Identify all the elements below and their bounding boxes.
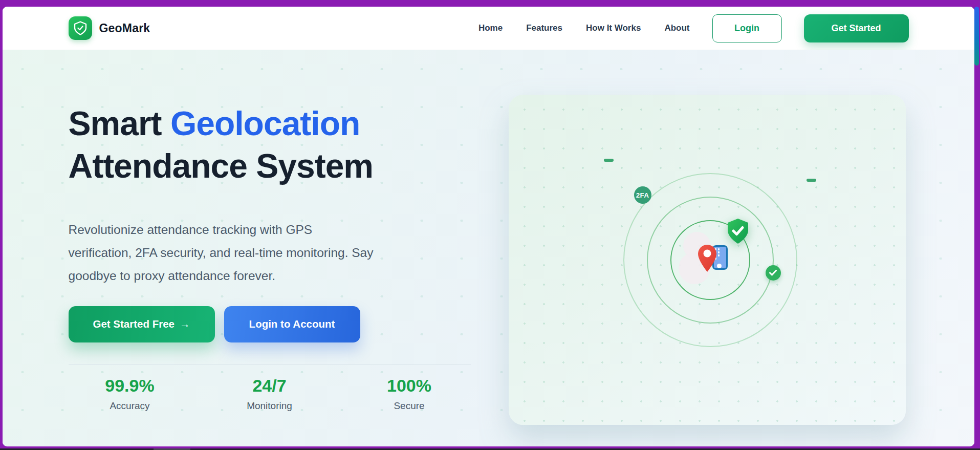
location-pin-icon [698,244,717,272]
hero-title: Smart Geolocation Attendance System [69,102,488,187]
stat-secure: 100% Secure [348,376,471,412]
2fa-badge: 2FA [634,186,651,204]
hero-title-line2: Attendance System [69,147,374,185]
hero-title-accent: Geolocation [170,104,360,142]
check-circle-icon [766,265,781,281]
hero-description: Revolutionize attendance tracking with G… [69,218,378,287]
cta-row: Get Started Free → Login to Account [69,306,488,342]
decor-pill [604,159,614,162]
brand[interactable]: GeoMark [69,16,150,40]
stats-row: 99.9% Accuracy 24/7 Monitoring 100% Secu… [69,376,471,412]
stat-value: 100% [348,376,471,396]
nav-link-home[interactable]: Home [478,23,503,33]
divider [69,364,471,365]
shield-check-logo-icon [69,16,92,40]
login-button[interactable]: Login [712,14,782,42]
nav-link-features[interactable]: Features [526,23,562,33]
stat-label: Monitoring [208,400,331,412]
stat-label: Accuracy [69,400,191,412]
scrollbar-thumb[interactable] [974,7,979,66]
nav-link-how-it-works[interactable]: How It Works [586,23,641,33]
get-started-button[interactable]: Get Started [804,14,909,42]
nav-links: Home Features How It Works About [478,23,690,33]
arrow-right-icon: → [180,318,190,330]
get-started-free-button[interactable]: Get Started Free → [69,306,215,342]
hero-section: Smart Geolocation Attendance System Revo… [3,50,974,446]
page: GeoMark Home Features How It Works About… [3,7,974,446]
shield-check-icon [727,218,749,244]
get-started-free-label: Get Started Free [93,318,175,330]
stat-label: Secure [348,400,471,412]
navbar: GeoMark Home Features How It Works About… [3,7,974,50]
stat-value: 99.9% [69,376,191,396]
nav-link-about[interactable]: About [664,23,689,33]
stat-monitoring: 24/7 Monitoring [208,376,331,412]
hero-content: Smart Geolocation Attendance System Revo… [69,102,488,412]
stat-accuracy: 99.9% Accuracy [69,376,191,412]
hero-title-dark: Smart [69,104,170,142]
brand-name: GeoMark [99,22,150,35]
stat-value: 24/7 [208,376,331,396]
login-to-account-button[interactable]: Login to Account [224,306,360,342]
decor-pill [807,179,816,182]
illustration-card: 2FA [509,95,906,425]
